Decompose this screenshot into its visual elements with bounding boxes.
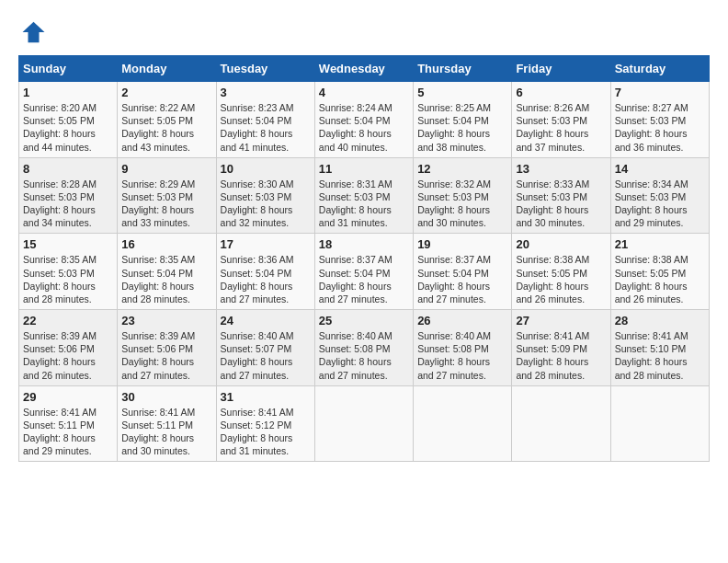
calendar-cell: 8 Sunrise: 8:28 AM Sunset: 5:03 PM Dayli… xyxy=(19,157,118,234)
calendar-cell: 23 Sunrise: 8:39 AM Sunset: 5:06 PM Dayl… xyxy=(118,310,216,386)
calendar-cell: 15 Sunrise: 8:35 AM Sunset: 5:03 PM Dayl… xyxy=(19,234,118,310)
calendar-cell: 14 Sunrise: 8:34 AM Sunset: 5:03 PM Dayl… xyxy=(610,157,709,234)
day-number: 17 xyxy=(221,237,311,251)
day-info: Sunrise: 8:29 AM Sunset: 5:03 PM Dayligh… xyxy=(121,178,211,230)
calendar-cell: 4 Sunrise: 8:24 AM Sunset: 5:04 PM Dayli… xyxy=(314,82,413,158)
calendar-cell: 25 Sunrise: 8:40 AM Sunset: 5:08 PM Dayl… xyxy=(314,310,413,386)
day-number: 25 xyxy=(319,314,409,327)
calendar-cell: 27 Sunrise: 8:41 AM Sunset: 5:09 PM Dayl… xyxy=(512,310,610,386)
day-info: Sunrise: 8:25 AM Sunset: 5:04 PM Dayligh… xyxy=(417,101,507,154)
day-info: Sunrise: 8:34 AM Sunset: 5:03 PM Dayligh… xyxy=(615,178,705,230)
day-number: 9 xyxy=(121,162,211,176)
day-number: 20 xyxy=(516,237,606,251)
day-number: 27 xyxy=(516,314,606,327)
calendar-cell: 3 Sunrise: 8:23 AM Sunset: 5:04 PM Dayli… xyxy=(216,82,314,158)
calendar-table: SundayMondayTuesdayWednesdayThursdayFrid… xyxy=(18,55,710,462)
calendar-week-5: 29 Sunrise: 8:41 AM Sunset: 5:11 PM Dayl… xyxy=(19,385,710,462)
weekday-header-sunday: Sunday xyxy=(19,56,118,82)
day-info: Sunrise: 8:37 AM Sunset: 5:04 PM Dayligh… xyxy=(319,253,409,305)
calendar-cell: 13 Sunrise: 8:33 AM Sunset: 5:03 PM Dayl… xyxy=(512,157,610,234)
calendar-cell: 24 Sunrise: 8:40 AM Sunset: 5:07 PM Dayl… xyxy=(216,310,314,386)
day-number: 23 xyxy=(121,314,211,327)
day-number: 31 xyxy=(221,390,311,404)
day-number: 15 xyxy=(23,237,113,251)
day-info: Sunrise: 8:41 AM Sunset: 5:12 PM Dayligh… xyxy=(221,406,311,458)
day-info: Sunrise: 8:32 AM Sunset: 5:03 PM Dayligh… xyxy=(417,178,507,230)
calendar-cell: 10 Sunrise: 8:30 AM Sunset: 5:03 PM Dayl… xyxy=(216,157,314,234)
logo xyxy=(18,18,50,46)
day-number: 14 xyxy=(615,162,705,176)
calendar-cell xyxy=(414,385,512,462)
calendar-cell: 17 Sunrise: 8:36 AM Sunset: 5:04 PM Dayl… xyxy=(216,234,314,310)
day-info: Sunrise: 8:35 AM Sunset: 5:04 PM Dayligh… xyxy=(121,253,211,305)
calendar-cell: 7 Sunrise: 8:27 AM Sunset: 5:03 PM Dayli… xyxy=(610,82,709,158)
calendar-cell: 2 Sunrise: 8:22 AM Sunset: 5:05 PM Dayli… xyxy=(118,82,216,158)
page-header xyxy=(18,18,710,46)
calendar-week-3: 15 Sunrise: 8:35 AM Sunset: 5:03 PM Dayl… xyxy=(19,234,710,310)
day-info: Sunrise: 8:37 AM Sunset: 5:04 PM Dayligh… xyxy=(417,253,507,305)
day-number: 13 xyxy=(516,162,606,176)
day-info: Sunrise: 8:40 AM Sunset: 5:08 PM Dayligh… xyxy=(417,329,507,382)
calendar-cell: 22 Sunrise: 8:39 AM Sunset: 5:06 PM Dayl… xyxy=(19,310,118,386)
day-number: 3 xyxy=(221,86,311,99)
day-info: Sunrise: 8:26 AM Sunset: 5:03 PM Dayligh… xyxy=(516,101,606,154)
day-number: 6 xyxy=(516,86,606,99)
day-info: Sunrise: 8:30 AM Sunset: 5:03 PM Dayligh… xyxy=(221,178,311,230)
calendar-cell: 19 Sunrise: 8:37 AM Sunset: 5:04 PM Dayl… xyxy=(414,234,512,310)
calendar-cell: 26 Sunrise: 8:40 AM Sunset: 5:08 PM Dayl… xyxy=(414,310,512,386)
day-info: Sunrise: 8:28 AM Sunset: 5:03 PM Dayligh… xyxy=(23,178,113,230)
logo-icon xyxy=(18,18,46,46)
calendar-cell: 9 Sunrise: 8:29 AM Sunset: 5:03 PM Dayli… xyxy=(118,157,216,234)
day-info: Sunrise: 8:31 AM Sunset: 5:03 PM Dayligh… xyxy=(319,178,409,230)
day-info: Sunrise: 8:39 AM Sunset: 5:06 PM Dayligh… xyxy=(121,329,211,382)
day-number: 22 xyxy=(23,314,113,327)
day-number: 12 xyxy=(417,162,507,176)
day-number: 30 xyxy=(121,390,211,404)
weekday-header-monday: Monday xyxy=(118,56,216,82)
day-number: 28 xyxy=(615,314,705,327)
day-number: 8 xyxy=(23,162,113,176)
calendar-cell: 5 Sunrise: 8:25 AM Sunset: 5:04 PM Dayli… xyxy=(414,82,512,158)
day-info: Sunrise: 8:35 AM Sunset: 5:03 PM Dayligh… xyxy=(23,253,113,305)
svg-marker-0 xyxy=(23,22,45,43)
day-number: 5 xyxy=(417,86,507,99)
calendar-cell: 21 Sunrise: 8:38 AM Sunset: 5:05 PM Dayl… xyxy=(610,234,709,310)
day-info: Sunrise: 8:22 AM Sunset: 5:05 PM Dayligh… xyxy=(121,101,211,154)
day-number: 16 xyxy=(121,237,211,251)
calendar-cell xyxy=(512,385,610,462)
day-info: Sunrise: 8:38 AM Sunset: 5:05 PM Dayligh… xyxy=(516,253,606,305)
day-number: 1 xyxy=(23,86,113,99)
day-info: Sunrise: 8:41 AM Sunset: 5:10 PM Dayligh… xyxy=(615,329,705,382)
weekday-header-tuesday: Tuesday xyxy=(216,56,314,82)
day-info: Sunrise: 8:24 AM Sunset: 5:04 PM Dayligh… xyxy=(319,101,409,154)
day-info: Sunrise: 8:27 AM Sunset: 5:03 PM Dayligh… xyxy=(615,101,705,154)
calendar-cell: 16 Sunrise: 8:35 AM Sunset: 5:04 PM Dayl… xyxy=(118,234,216,310)
day-number: 19 xyxy=(417,237,507,251)
calendar-week-2: 8 Sunrise: 8:28 AM Sunset: 5:03 PM Dayli… xyxy=(19,157,710,234)
weekday-header-thursday: Thursday xyxy=(414,56,512,82)
day-number: 24 xyxy=(221,314,311,327)
calendar-cell: 6 Sunrise: 8:26 AM Sunset: 5:03 PM Dayli… xyxy=(512,82,610,158)
day-info: Sunrise: 8:41 AM Sunset: 5:11 PM Dayligh… xyxy=(23,406,113,458)
weekday-header-wednesday: Wednesday xyxy=(314,56,413,82)
calendar-week-1: 1 Sunrise: 8:20 AM Sunset: 5:05 PM Dayli… xyxy=(19,82,710,158)
day-info: Sunrise: 8:20 AM Sunset: 5:05 PM Dayligh… xyxy=(23,101,113,154)
calendar-cell: 12 Sunrise: 8:32 AM Sunset: 5:03 PM Dayl… xyxy=(414,157,512,234)
day-number: 21 xyxy=(615,237,705,251)
weekday-header-friday: Friday xyxy=(512,56,610,82)
day-number: 11 xyxy=(319,162,409,176)
day-info: Sunrise: 8:39 AM Sunset: 5:06 PM Dayligh… xyxy=(23,329,113,382)
calendar-cell: 1 Sunrise: 8:20 AM Sunset: 5:05 PM Dayli… xyxy=(19,82,118,158)
calendar-cell: 31 Sunrise: 8:41 AM Sunset: 5:12 PM Dayl… xyxy=(216,385,314,462)
day-info: Sunrise: 8:41 AM Sunset: 5:09 PM Dayligh… xyxy=(516,329,606,382)
calendar-cell xyxy=(314,385,413,462)
calendar-cell: 18 Sunrise: 8:37 AM Sunset: 5:04 PM Dayl… xyxy=(314,234,413,310)
day-number: 7 xyxy=(615,86,705,99)
calendar-cell: 11 Sunrise: 8:31 AM Sunset: 5:03 PM Dayl… xyxy=(314,157,413,234)
calendar-week-4: 22 Sunrise: 8:39 AM Sunset: 5:06 PM Dayl… xyxy=(19,310,710,386)
calendar-cell xyxy=(610,385,709,462)
day-info: Sunrise: 8:36 AM Sunset: 5:04 PM Dayligh… xyxy=(221,253,311,305)
calendar-cell: 20 Sunrise: 8:38 AM Sunset: 5:05 PM Dayl… xyxy=(512,234,610,310)
day-info: Sunrise: 8:23 AM Sunset: 5:04 PM Dayligh… xyxy=(221,101,311,154)
day-number: 26 xyxy=(417,314,507,327)
